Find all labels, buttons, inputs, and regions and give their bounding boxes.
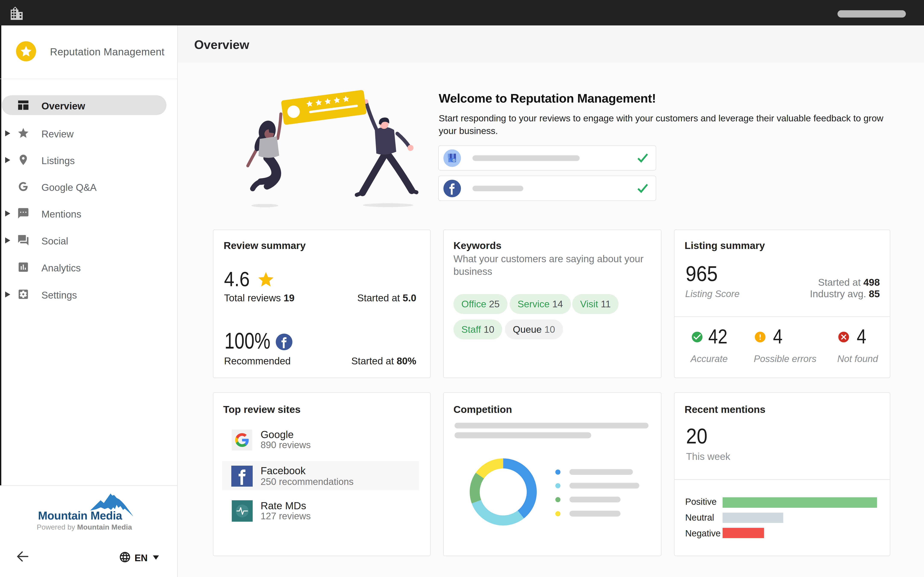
svg-text:Mountain Media: Mountain Media	[38, 509, 122, 522]
svg-text:G: G	[453, 158, 455, 163]
